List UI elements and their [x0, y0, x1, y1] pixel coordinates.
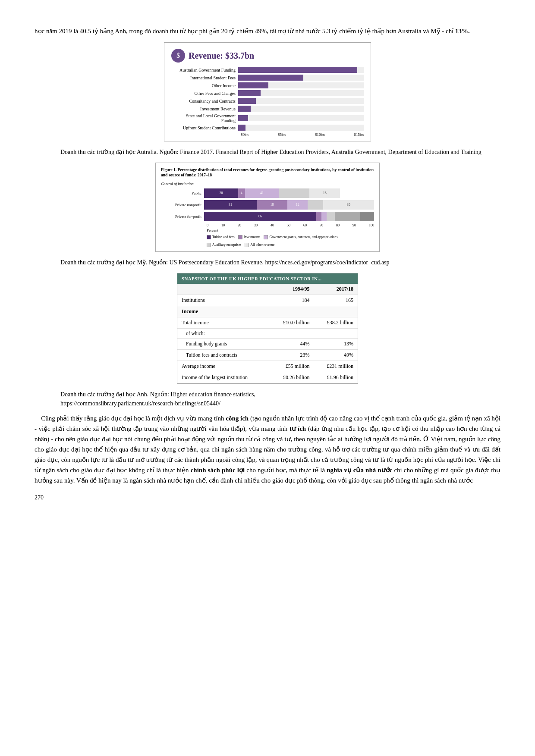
table-cell-label: of which:: [177, 328, 270, 338]
chart2-title: Figure 1. Percentage distribution of tot…: [161, 167, 374, 178]
bar-label: State and Local Government Funding: [171, 113, 238, 123]
intro-text: học năm 2019 là 40.5 tỷ bảng Anh, trong …: [35, 28, 455, 35]
bar-track: [238, 125, 364, 131]
table-cell-val1: 23%: [270, 349, 314, 361]
bar-track: [238, 82, 364, 88]
chart2-row-label: Public: [161, 191, 204, 195]
bar-label: International Student Fees: [171, 75, 238, 80]
table-row: Tuition fees and contracts 23% 49%: [177, 349, 358, 361]
legend-item: Investments: [238, 235, 261, 239]
chart2-us: Figure 1. Percentage distribution of tot…: [155, 163, 380, 252]
table-cell-val1: 44%: [270, 338, 314, 349]
bar-row: Consultancy and Contracts: [171, 98, 364, 104]
table-cell-val2: £231 million: [314, 361, 358, 372]
bar-track: [238, 75, 364, 81]
bar-row: Australian Government Funding: [171, 67, 364, 73]
chart3-uk: SNAPSHOT OF THE UK HIGHER EDUCATION SECT…: [177, 273, 358, 384]
chart2-segment: [321, 212, 327, 221]
table-row: Income of the largest institution £0.26 …: [177, 372, 358, 383]
chart1-axis: $0bn $5bn $10bn $15bn: [171, 132, 364, 137]
chart2-subtitle: Control of institution: [161, 182, 374, 186]
bar-label: Australian Government Funding: [171, 68, 238, 72]
bar-row: Other Income: [171, 82, 364, 88]
bar-fill: [238, 106, 251, 112]
chart2-row-label: Private nonprofit: [161, 203, 204, 207]
legend-color: [238, 235, 242, 239]
body-bold4: nghĩa vụ của nhà nước: [327, 467, 392, 474]
table-cell-val1: [270, 306, 314, 317]
col-header-1994: 1994/95: [270, 284, 314, 295]
chart2-segment: 18: [257, 200, 287, 210]
table-row: Funding body grants 44% 13%: [177, 338, 358, 349]
table-cell-label: Tuition fees and contracts: [177, 349, 270, 361]
bar-track: [238, 106, 364, 112]
col-header-2017: 2017/18: [314, 284, 358, 295]
bar-fill: [238, 90, 261, 96]
body-bold2: tư ích: [290, 425, 306, 432]
table-cell-val1: £55 million: [270, 361, 314, 372]
bar-track: [238, 67, 364, 73]
legend-color: [245, 243, 249, 247]
chart1-australia: $ Revenue: $33.7bn Australian Government…: [164, 42, 371, 141]
legend-label: Government grants, contracts, and approp…: [269, 235, 337, 239]
chart2-segment: 12: [287, 200, 308, 210]
table-row: Income: [177, 306, 358, 317]
body-paragraph: Cũng phải thấy rằng giáo dục đại học là …: [35, 413, 500, 486]
body-text1: Cũng phải thấy rằng giáo dục đại học là …: [41, 415, 226, 422]
col-header-label: [177, 284, 270, 295]
chart2-percent-label: Percent: [161, 228, 374, 232]
table-cell-val1: 184: [270, 295, 314, 306]
table-cell-val2: £1.96 billion: [314, 372, 358, 383]
chart2-segment: [316, 212, 321, 221]
table-cell-val1: [270, 328, 314, 338]
bar-label: Upfront Student Contributions: [171, 125, 238, 130]
chart2-segment: [327, 212, 335, 221]
chart3-table: 1994/95 2017/18 Institutions 184 165 Inc…: [177, 284, 358, 383]
chart2-row: Private nonprofit 31181230: [161, 200, 374, 210]
chart2-segment: 4: [238, 188, 245, 198]
table-cell-label: Income: [177, 306, 270, 317]
caption2: Doanh thu các trường đại học Mỹ. Nguồn: …: [35, 258, 500, 267]
table-cell-label: Income of the largest institution: [177, 372, 270, 383]
chart3-container: SNAPSHOT OF THE UK HIGHER EDUCATION SECT…: [35, 273, 500, 384]
chart2-rows: Public 2044118 Private nonprofit 3118123…: [161, 188, 374, 221]
bar-fill: [238, 82, 268, 88]
axis-15: $15bn: [354, 132, 364, 137]
chart2-container: Figure 1. Percentage distribution of tot…: [35, 163, 500, 252]
chart2-axis-row: 0102030405060708090100: [161, 223, 374, 227]
bar-fill: [238, 115, 248, 121]
legend-color: [207, 235, 211, 239]
chart3-header: SNAPSHOT OF THE UK HIGHER EDUCATION SECT…: [177, 273, 358, 284]
intro-paragraph: học năm 2019 là 40.5 tỷ bảng Anh, trong …: [35, 26, 500, 36]
table-row: Total income £10.0 billion £38.2 billion: [177, 317, 358, 328]
caption3-text: Doanh thu các trường đại học Anh. Nguồn:…: [60, 391, 255, 398]
chart1-header: $ Revenue: $33.7bn: [171, 49, 364, 63]
bar-fill: [238, 125, 245, 131]
caption1: Doanh thu các trường đại học Autralia. N…: [35, 147, 500, 157]
legend-item: Government grants, contracts, and approp…: [264, 235, 337, 239]
table-cell-label: Funding body grants: [177, 338, 270, 349]
chart1-container: $ Revenue: $33.7bn Australian Government…: [35, 42, 500, 141]
bar-label: Investment Revenue: [171, 107, 238, 111]
bar-fill: [238, 75, 303, 81]
intro-bold: 13%.: [455, 28, 470, 35]
bar-row: State and Local Government Funding: [171, 113, 364, 123]
caption3: Doanh thu các trường đại học Anh. Nguồn:…: [35, 390, 500, 408]
table-cell-val2: [314, 306, 358, 317]
chart2-segment: [279, 188, 309, 198]
chart1-title: Revenue: $33.7bn: [189, 51, 254, 61]
chart2-segment: [335, 212, 360, 221]
legend-label: Investments: [244, 235, 261, 239]
legend-label: Auxiliary enterprises: [212, 243, 241, 247]
chart3-body: Institutions 184 165 Income Total income…: [177, 295, 358, 383]
chart2-bar-segments: 2044118: [204, 188, 374, 198]
legend-label: All other revenue: [250, 243, 274, 247]
legend-item: Tuition and fees: [207, 235, 235, 239]
chart2-bar-segments: 31181230: [204, 200, 374, 210]
page-number: 270: [35, 494, 500, 501]
legend-item: All other revenue: [245, 243, 274, 247]
chart2-row: Public 2044118: [161, 188, 374, 198]
bar-track: [238, 90, 364, 96]
table-row: of which:: [177, 328, 358, 338]
legend-label: Tuition and fees: [212, 235, 235, 239]
